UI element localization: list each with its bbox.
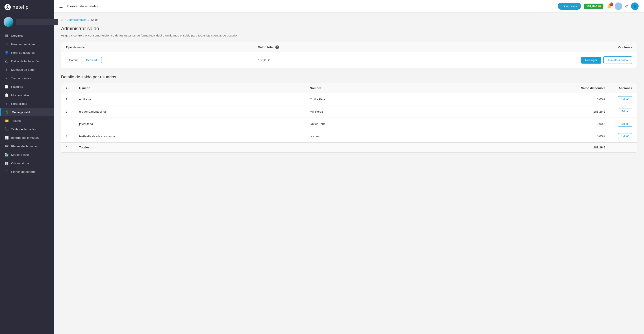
sidebar-item-label: Perfil de usuarios xyxy=(11,51,34,54)
main-content: ☰ Bienvenido a netelip Iniciar visita 18… xyxy=(54,0,644,334)
page-title: Administrar saldo xyxy=(61,26,637,31)
sidebar-item-transacciones[interactable]: ≡ Transacciones xyxy=(0,74,54,82)
sidebar-item-label: Market Place xyxy=(11,153,29,157)
row-num: 2 xyxy=(61,105,75,118)
users-table: # Usuario Nombre Saldo disponible Accion… xyxy=(61,83,636,153)
btn-dedicado[interactable]: Dedicado xyxy=(83,57,102,63)
row-saldo: 0,00 € xyxy=(439,118,610,130)
sidebar-item-informe[interactable]: 📈 Informe de llamadas xyxy=(0,133,54,142)
breadcrumb-admin[interactable]: Administración xyxy=(68,18,86,21)
hamburger-button[interactable]: ☰ xyxy=(59,4,63,9)
topbar-user-icon[interactable]: 👤 xyxy=(631,2,638,10)
grid-icon: ⊞ xyxy=(4,34,8,38)
store-icon: 🏪 xyxy=(4,153,8,157)
row-saldo: 188,26 € xyxy=(439,105,610,118)
table-row: 3 javier.feria Javier Feria 0,00 € Edita… xyxy=(61,118,636,130)
sidebar-item-facturas[interactable]: 📄 Facturas xyxy=(0,82,54,91)
sidebar-item-label: Renovar servicios xyxy=(11,42,35,46)
sidebar-avatar xyxy=(4,17,14,27)
iniciar-visita-button[interactable]: Iniciar visita xyxy=(558,3,581,10)
sidebar-item-pagos[interactable]: $ Métodos de pago xyxy=(0,65,54,74)
totals-value: 188,26 € xyxy=(439,142,610,153)
sidebar-item-label: Transacciones xyxy=(11,77,31,80)
row-num: 1 xyxy=(61,93,75,105)
row-saldo: 0,00 € xyxy=(439,93,610,105)
editar-button[interactable]: Editar xyxy=(618,96,632,102)
col-acciones: Acciones xyxy=(610,83,636,93)
editar-button[interactable]: Editar xyxy=(618,133,632,139)
sidebar-logo: netelip xyxy=(0,0,54,14)
sidebar-item-label: Servicios xyxy=(11,34,24,37)
notification-bell[interactable]: 🔔 11 xyxy=(606,4,612,9)
users-card: # Usuario Nombre Saldo disponible Accion… xyxy=(61,83,637,153)
home-icon[interactable]: ⌂ xyxy=(61,18,63,22)
col-nombre: Nombre xyxy=(305,83,439,93)
document-icon: 📄 xyxy=(4,85,8,89)
phone2-icon: ☎ xyxy=(4,144,8,148)
row-usuario: testtesttestasdasdasdasda xyxy=(75,130,305,143)
editar-button[interactable]: Editar xyxy=(618,121,632,127)
notification-badge: 11 xyxy=(610,2,613,6)
recargar-button[interactable]: Recargar xyxy=(581,57,601,64)
sidebar-item-portabilidad[interactable]: ＋ Portabilidad xyxy=(0,99,54,108)
row-num: 3 xyxy=(61,118,75,130)
transferir-button[interactable]: Transferir saldo xyxy=(604,56,632,64)
sidebar-item-contratos[interactable]: 📋 Mis contratos xyxy=(0,91,54,99)
plus-icon: ＋ xyxy=(4,102,8,106)
sidebar-item-label: Facturas xyxy=(11,85,23,88)
col-usuario: Usuario xyxy=(75,83,305,93)
logo-text: netelip xyxy=(12,4,29,10)
table-row: 1 emilia.pe Emilia Pérez 0,00 € Editar xyxy=(61,93,636,105)
sidebar-item-label: Planes de llamadas xyxy=(11,145,38,148)
editar-button[interactable]: Editar xyxy=(618,109,632,114)
detail-section-title: Detalle de saldo por usuarios xyxy=(61,75,637,79)
sidebar-item-label: Mis contratos xyxy=(11,94,29,97)
col-opciones: Opciones xyxy=(381,42,636,52)
sidebar-item-label: Oficina virtual xyxy=(11,162,30,165)
col-tipo: Tipo de saldo xyxy=(61,42,254,52)
btn-comun[interactable]: Común xyxy=(66,57,82,63)
sidebar-item-tarifa[interactable]: 📞 Tarifa de llamadas xyxy=(0,125,54,133)
card-icon: 💳 xyxy=(598,5,601,8)
row-usuario: gregorio.montesinos xyxy=(75,105,305,118)
sidebar-search-input[interactable] xyxy=(16,19,58,25)
sidebar-profile xyxy=(0,14,54,29)
sidebar-item-facturacion[interactable]: 🗂 Datos de facturación xyxy=(0,57,54,65)
breadcrumb-current: Saldo xyxy=(91,18,98,21)
totals-num: # xyxy=(61,142,75,153)
balance-card: Tipo de saldo Saldo total ? Opciones Com… xyxy=(61,42,637,68)
sidebar-item-oficina[interactable]: 🏢 Oficina virtual xyxy=(0,159,54,167)
svg-point-1 xyxy=(7,6,8,7)
chart-icon: 📈 xyxy=(4,136,8,140)
topbar: ☰ Bienvenido a netelip Iniciar visita 18… xyxy=(54,0,644,12)
sidebar-item-tickets[interactable]: 🎫 Tickets xyxy=(0,116,54,125)
sidebar-item-label: Datos de facturación xyxy=(11,60,39,63)
page-content: ⌂ / Administración / Saldo Administrar s… xyxy=(54,12,644,334)
sidebar-item-recarga[interactable]: 💲 Recarga saldo xyxy=(0,108,54,116)
sidebar-item-perfil[interactable]: 👤 Perfil de usuarios xyxy=(0,48,54,57)
sidebar-item-label: Tarifa de llamadas xyxy=(11,128,36,131)
row-saldo: 0,00 € xyxy=(439,130,610,143)
balance-badge: 188,26 € 💳 xyxy=(584,3,604,9)
file-icon: 🗂 xyxy=(4,59,8,63)
sidebar-item-label: Tickets xyxy=(11,119,21,123)
topbar-avatar[interactable] xyxy=(615,2,622,10)
sidebar-item-renovar[interactable]: ↺ Renovar servicios xyxy=(0,40,54,48)
phone-icon: 📞 xyxy=(4,127,8,131)
sidebar-item-label: Informe de llamadas xyxy=(11,136,38,140)
table-row: 4 testtesttestasdasdasdasda test test 0,… xyxy=(61,130,636,143)
logout-button[interactable]: ⎋ xyxy=(626,4,628,8)
sidebar-item-soporte[interactable]: 🛡 Planes de soporte xyxy=(0,167,54,176)
row-actions: Editar xyxy=(610,93,636,105)
refresh-icon: ↺ xyxy=(4,42,8,46)
sidebar-item-marketplace[interactable]: 🏪 Market Place xyxy=(0,151,54,159)
balance-table: Tipo de saldo Saldo total ? Opciones Com… xyxy=(61,42,636,68)
totals-row: # Totales 188,26 € xyxy=(61,142,636,153)
page-description: Asigna y controla el consumo telefónico … xyxy=(61,34,637,37)
logo-icon xyxy=(4,4,11,10)
sidebar-item-label: Recarga saldo xyxy=(12,111,32,114)
sidebar-item-servicios[interactable]: ⊞ Servicios xyxy=(0,31,54,40)
sidebar-item-planes-llamadas[interactable]: ☎ Planes de llamadas xyxy=(0,142,54,151)
support-icon: 🛡 xyxy=(4,170,8,174)
row-nombre: Mili Pérez xyxy=(305,105,439,118)
